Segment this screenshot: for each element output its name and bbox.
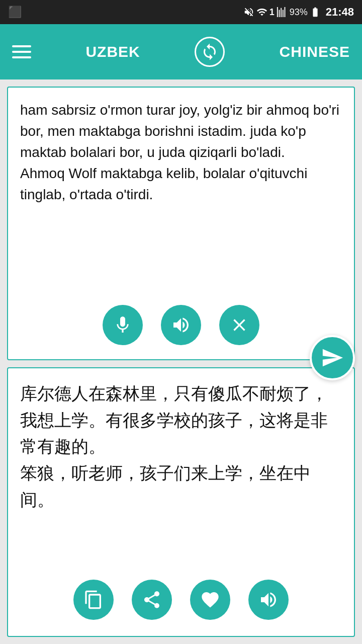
speaker-icon <box>171 315 191 335</box>
favorite-button[interactable] <box>190 580 230 620</box>
heart-icon <box>200 590 220 610</box>
status-left: ⬛ <box>8 6 22 19</box>
target-speaker-icon <box>258 590 279 610</box>
clear-button[interactable] <box>219 305 259 345</box>
source-speaker-button[interactable] <box>161 305 201 345</box>
source-language-label[interactable]: UZBEK <box>85 43 140 60</box>
status-icons: 1 93% 21:48 <box>243 6 354 19</box>
screen-icon: ⬛ <box>8 6 22 19</box>
toolbar: UZBEK CHINESE <box>0 24 362 79</box>
microphone-button[interactable] <box>103 305 143 345</box>
battery-level: 93% <box>290 7 308 18</box>
target-speaker-button[interactable] <box>248 580 289 620</box>
target-language-label[interactable]: CHINESE <box>280 43 350 60</box>
menu-button[interactable] <box>12 45 31 58</box>
send-button[interactable] <box>310 335 355 380</box>
clear-icon <box>229 315 249 335</box>
source-text[interactable]: ham sabrsiz o'rmon turar joy, yolg'iz bi… <box>20 100 342 291</box>
status-bar: ⬛ 1 93% 21:48 <box>0 0 362 24</box>
microphone-icon <box>113 315 133 335</box>
share-button[interactable] <box>132 580 172 620</box>
sim-badge: 1 <box>269 7 275 18</box>
share-icon <box>142 590 162 610</box>
send-icon <box>321 346 344 369</box>
mute-icon <box>243 7 254 18</box>
signal-icon <box>277 7 288 18</box>
time: 21:48 <box>326 6 354 19</box>
swap-languages-button[interactable] <box>195 37 225 67</box>
copy-icon <box>83 590 104 610</box>
source-actions <box>20 291 342 359</box>
target-panel: 库尔德人在森林里，只有傻瓜不耐烦了，我想上学。有很多学校的孩子，这将是非常有趣的… <box>7 367 355 637</box>
copy-button[interactable] <box>73 580 114 620</box>
battery-icon <box>310 7 321 18</box>
source-panel: ham sabrsiz o'rmon turar joy, yolg'iz bi… <box>7 87 355 360</box>
swap-icon <box>201 43 219 61</box>
wifi-icon <box>256 7 267 18</box>
target-actions <box>20 564 342 636</box>
main-content: ham sabrsiz o'rmon turar joy, yolg'iz bi… <box>0 79 362 644</box>
target-text: 库尔德人在森林里，只有傻瓜不耐烦了，我想上学。有很多学校的孩子，这将是非常有趣的… <box>20 380 342 564</box>
